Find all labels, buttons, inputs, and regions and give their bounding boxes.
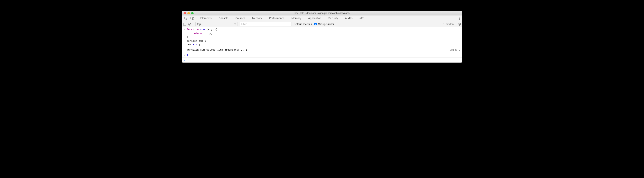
tab-axe[interactable]: aXe (356, 16, 368, 21)
console-result-row: ❮ 3 (182, 52, 462, 58)
console-input-row: ❯ function sum (x,y) { return x + y; } m… (182, 27, 462, 47)
console-settings-icon[interactable] (458, 23, 461, 26)
tab-audits[interactable]: Audits (342, 16, 356, 21)
chevron-down-icon (310, 24, 312, 25)
prompt-caret-icon: ❯ (182, 58, 187, 62)
tab-console[interactable]: Console (215, 16, 232, 21)
chevron-down-icon (234, 24, 236, 25)
tabstrip-menu (457, 16, 462, 21)
tab-network[interactable]: Network (249, 16, 266, 21)
group-similar-label: Group similar (318, 23, 334, 26)
tab-memory[interactable]: Memory (288, 16, 305, 21)
log-message: function sum called with arguments: 1, 2 (187, 48, 450, 52)
close-window-button[interactable] (184, 12, 186, 14)
traffic-lights (182, 12, 194, 14)
zoom-window-button[interactable] (191, 12, 194, 14)
minimize-window-button[interactable] (188, 12, 190, 14)
clear-console-icon[interactable] (188, 23, 191, 26)
log-levels-label: Default levels (294, 23, 310, 26)
log-source-link[interactable]: VM580:2 (450, 48, 460, 52)
more-menu-icon[interactable] (459, 17, 460, 20)
console-prompt-row[interactable]: ❯ (182, 58, 462, 63)
tab-elements[interactable]: Elements (197, 16, 215, 21)
show-console-sidebar-icon[interactable] (183, 23, 186, 26)
output-caret-icon: ❮ (182, 53, 187, 57)
group-similar-checkbox[interactable]: Group similar (314, 23, 334, 26)
panel-tabstrip: Elements Console Sources Network Perform… (182, 16, 462, 21)
console-body: ❯ function sum (x,y) { return x + y; } m… (182, 27, 462, 63)
svg-point-3 (459, 17, 460, 17)
svg-point-5 (459, 19, 460, 20)
context-value: top (197, 23, 201, 26)
tab-security[interactable]: Security (325, 16, 342, 21)
tabstrip-tools (182, 16, 197, 21)
titlebar: DevTools - developers.google.com/web/sho… (182, 11, 462, 16)
tab-application[interactable]: Application (305, 16, 325, 21)
toolbar-divider (456, 22, 456, 26)
tab-sources[interactable]: Sources (232, 16, 249, 21)
svg-rect-2 (192, 18, 194, 20)
console-log-row: function sum called with arguments: 1, 2… (182, 47, 462, 53)
devtools-window: DevTools - developers.google.com/web/sho… (182, 11, 462, 63)
console-input-code[interactable]: function sum (x,y) { return x + y; } mon… (187, 28, 462, 47)
device-toolbar-icon[interactable] (190, 17, 194, 20)
inspect-element-icon[interactable] (184, 17, 188, 20)
console-prompt-input[interactable] (187, 58, 462, 62)
panel-tabs: Elements Console Sources Network Perform… (197, 16, 457, 21)
toolbar-divider (193, 22, 194, 26)
group-similar-input[interactable] (314, 23, 317, 25)
result-value: 3 (187, 53, 462, 57)
filter-input[interactable] (240, 22, 292, 26)
window-title: DevTools - developers.google.com/web/sho… (182, 12, 462, 15)
hidden-messages-count[interactable]: 1 hidden (443, 23, 454, 26)
svg-point-4 (459, 18, 460, 19)
tab-performance[interactable]: Performance (266, 16, 288, 21)
context-selector[interactable]: top (195, 22, 238, 26)
input-caret-icon: ❯ (182, 28, 187, 47)
console-toolbar: top Default levels Group similar 1 hidde… (182, 21, 462, 27)
log-levels-selector[interactable]: Default levels (294, 23, 312, 26)
